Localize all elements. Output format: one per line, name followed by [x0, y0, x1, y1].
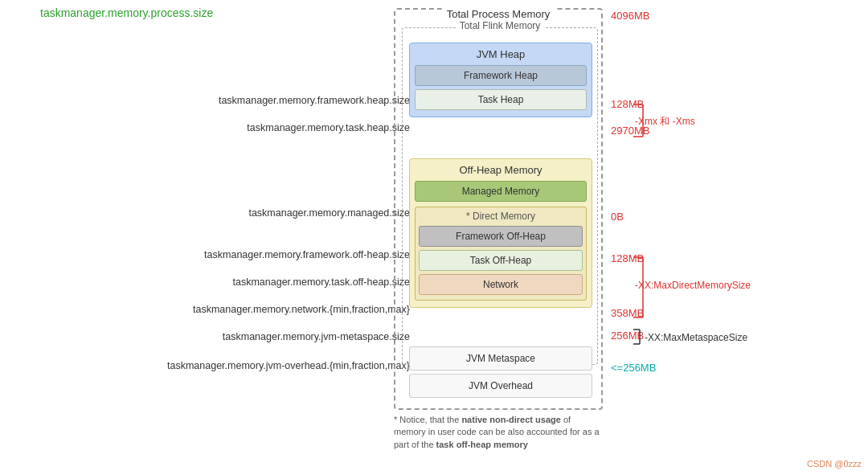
- network-value: 358MB: [611, 307, 644, 319]
- task-offheap-box: Task Off-Heap: [419, 250, 583, 271]
- watermark: CSDN @0zzz: [807, 459, 862, 469]
- network-size-label: taskmanager.memory.network.{min,fraction…: [193, 304, 410, 315]
- process-size-label: taskmanager.memory.process.size: [40, 6, 213, 19]
- framework-heap-box: Framework Heap: [415, 65, 587, 86]
- network-box: Network: [419, 274, 583, 295]
- offheap-title: Off-Heap Memory: [415, 164, 587, 176]
- total-process-label: Total Process Memory: [442, 8, 555, 20]
- framework-heap-label: taskmanager.memory.framework.heap.size: [219, 95, 410, 106]
- overhead-value: <=256MB: [611, 362, 656, 374]
- task-heap-box: Task Heap: [415, 89, 587, 110]
- framework-offheap-value: 128MB: [611, 252, 644, 264]
- max-direct-annotation: -XX:MaxDirectMemorySize: [635, 280, 751, 291]
- managed-value: 0B: [611, 211, 624, 223]
- managed-memory-box: Managed Memory: [415, 181, 587, 202]
- jvm-metaspace-box: JVM Metaspace: [409, 346, 592, 371]
- overhead-size-label: taskmanager.memory.jvm-overhead.{min,fra…: [167, 360, 410, 371]
- framework-heap-value: 128MB: [611, 98, 644, 110]
- metaspace-size-label: taskmanager.memory.jvm-metaspace.size: [223, 331, 410, 342]
- diagram-container: taskmanager.memory.process.size taskmana…: [0, 0, 868, 475]
- jvm-overhead-box: JVM Overhead: [409, 374, 592, 398]
- total-process-box: Total Process Memory Total Flink Memory …: [394, 8, 603, 410]
- jvm-heap-section: JVM Heap Framework Heap Task Heap: [409, 43, 592, 117]
- total-flink-box: Total Flink Memory JVM Heap Framework He…: [402, 27, 598, 365]
- task-heap-label: taskmanager.memory.task.heap.size: [247, 122, 410, 133]
- max-metaspace-annotation: -XX:MaxMetaspaceSize: [645, 332, 747, 343]
- offheap-section: Off-Heap Memory Managed Memory * Direct …: [409, 158, 592, 308]
- task-offheap-label: taskmanager.memory.task.off-heap.size: [233, 276, 410, 288]
- direct-memory-section: * Direct Memory Framework Off-Heap Task …: [415, 207, 587, 301]
- framework-offheap-label: taskmanager.memory.framework.off-heap.si…: [204, 249, 410, 260]
- managed-size-label: taskmanager.memory.managed.size: [248, 207, 410, 219]
- notice-text: * Notice, that the native non-direct usa…: [394, 414, 603, 451]
- framework-offheap-box: Framework Off-Heap: [419, 226, 583, 247]
- direct-memory-title: * Direct Memory: [419, 211, 583, 222]
- total-flink-label: Total Flink Memory: [457, 20, 544, 31]
- total-value: 4096MB: [611, 10, 649, 22]
- metaspace-value: 256MB: [611, 330, 644, 342]
- jvm-heap-title: JVM Heap: [415, 48, 587, 60]
- xmx-xms-annotation: -Xmx 和 -Xms: [635, 115, 695, 129]
